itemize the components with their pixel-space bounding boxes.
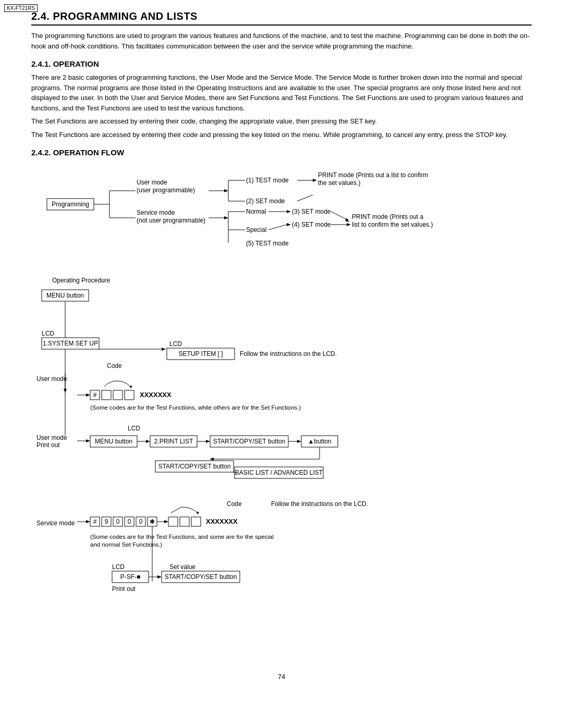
svg-marker-37	[345, 218, 349, 222]
op-text1: There are 2 basic categories of programm…	[31, 72, 532, 113]
svg-rect-64	[113, 390, 123, 400]
op-flow-svg: Programming User mode (user programmable…	[31, 162, 532, 266]
svg-text:Programming: Programming	[52, 201, 89, 208]
svg-text:(not user programmable): (not user programmable)	[137, 217, 205, 224]
svg-rect-116	[148, 517, 157, 526]
svg-text:LCD: LCD	[128, 425, 140, 432]
svg-text:(user programmable): (user programmable)	[137, 187, 195, 194]
svg-text:User mode: User mode	[36, 375, 67, 382]
proc-flow-area: MENU button LCD 1.SYSTEM SET UP LCD SETU…	[31, 277, 532, 657]
svg-text:Print out: Print out	[112, 585, 136, 593]
svg-text:1.SYSTEM SET UP: 1.SYSTEM SET UP	[43, 340, 98, 347]
svg-text:START/COPY/SET button: START/COPY/SET button	[158, 463, 231, 470]
svg-text:and normal Set Functions.): and normal Set Functions.)	[90, 541, 162, 548]
svg-text:Follow the instructions on the: Follow the instructions on the LCD.	[240, 350, 337, 357]
svg-marker-66	[130, 385, 132, 388]
svg-text:Service mode: Service mode	[36, 520, 75, 527]
svg-marker-123	[197, 511, 199, 514]
svg-text:✱: ✱	[150, 518, 155, 525]
svg-text:Code: Code	[227, 500, 242, 508]
svg-text:Special: Special	[246, 226, 266, 233]
svg-text:Set value: Set value	[169, 563, 195, 571]
svg-rect-112	[125, 517, 134, 526]
svg-rect-52	[167, 348, 235, 360]
svg-rect-61	[90, 390, 100, 400]
svg-marker-31	[287, 210, 291, 213]
svg-text:XXXXXXX: XXXXXXX	[206, 517, 238, 525]
subsection2-heading: 2.4.2. OPERATION FLOW	[31, 148, 532, 157]
svg-text:(Some codes are for the Test F: (Some codes are for the Test Functions, …	[90, 534, 274, 540]
svg-rect-114	[136, 517, 145, 526]
svg-marker-134	[157, 575, 162, 578]
svg-marker-11	[224, 189, 228, 192]
op-flow-area: Programming User mode (user programmable…	[31, 162, 532, 266]
svg-text:9: 9	[105, 518, 108, 525]
svg-marker-60	[86, 393, 90, 397]
svg-text:LCD: LCD	[214, 465, 226, 473]
svg-text:User mode: User mode	[137, 179, 167, 186]
svg-marker-77	[146, 440, 150, 443]
svg-marker-73	[86, 439, 90, 442]
svg-rect-122	[191, 517, 201, 526]
svg-text:(1) TEST mode: (1) TEST mode	[246, 177, 289, 184]
svg-text:PRINT mode (Prints out a: PRINT mode (Prints out a	[352, 213, 423, 220]
op-text3: The Test Functions are accessed by enter…	[31, 130, 532, 140]
operation-flow-diagram: Programming User mode (user programmable…	[31, 162, 532, 657]
svg-marker-90	[210, 458, 214, 461]
svg-text:the set values.): the set values.)	[318, 179, 360, 187]
section-intro: The programming functions are used to pr…	[31, 31, 532, 51]
op-text2: The Set Functions are accessed by enteri…	[31, 116, 532, 127]
svg-text:#: #	[93, 518, 97, 525]
subsection1-heading: 2.4.1. OPERATION	[31, 59, 532, 68]
svg-rect-120	[168, 517, 178, 526]
model-tag: KX-FT21RS	[4, 4, 38, 12]
svg-rect-78	[150, 436, 197, 447]
svg-rect-92	[155, 461, 234, 472]
section-heading: 2.4. PROGRAMMING AND LISTS	[31, 10, 532, 26]
svg-marker-23	[224, 216, 228, 219]
svg-text:SETUP ITEM [         ]: SETUP ITEM [ ]	[178, 350, 223, 357]
svg-rect-74	[90, 436, 137, 447]
svg-text:BASIC LIST / ADVANCED LIST: BASIC LIST / ADVANCED LIST	[235, 469, 323, 476]
svg-rect-82	[210, 436, 288, 447]
svg-text:0: 0	[139, 518, 143, 525]
svg-text:START/COPY/SET button: START/COPY/SET button	[213, 438, 286, 445]
svg-text:LCD: LCD	[112, 563, 125, 571]
svg-marker-105	[86, 520, 90, 523]
proc-flow-svg: MENU button LCD 1.SYSTEM SET UP LCD SETU…	[31, 277, 532, 657]
svg-rect-121	[180, 517, 189, 526]
svg-marker-119	[164, 520, 168, 523]
svg-text:Follow the instructions on the: Follow the instructions on the LCD.	[271, 500, 368, 508]
svg-text:Print out: Print out	[36, 441, 60, 449]
svg-text:(2) SET mode: (2) SET mode	[246, 198, 285, 205]
svg-text:2.PRINT LIST: 2.PRINT LIST	[154, 438, 193, 445]
svg-text:#: #	[93, 391, 97, 399]
svg-text:0: 0	[116, 518, 120, 525]
svg-text:MENU button: MENU button	[46, 292, 84, 299]
svg-rect-110	[113, 517, 123, 526]
svg-rect-65	[125, 390, 134, 400]
svg-text:Code: Code	[107, 362, 122, 369]
svg-text:Normal: Normal	[246, 208, 266, 215]
svg-marker-39	[347, 223, 351, 226]
svg-text:XXXXXXX: XXXXXXX	[140, 391, 172, 399]
svg-rect-94	[235, 467, 323, 478]
svg-text:PRINT mode (Prints out a list : PRINT mode (Prints out a list to confirm	[318, 171, 428, 179]
svg-rect-63	[102, 390, 111, 400]
svg-text:MENU button: MENU button	[95, 438, 132, 445]
svg-line-33	[268, 225, 287, 230]
svg-rect-86	[301, 436, 338, 447]
svg-rect-108	[102, 517, 111, 526]
svg-rect-130	[112, 571, 149, 583]
svg-text:list to confirm the set values: list to confirm the set values.)	[352, 221, 433, 228]
svg-text:P-SF-■: P-SF-■	[120, 573, 141, 581]
svg-rect-135	[162, 571, 240, 583]
svg-text:(3) SET mode: (3) SET mode	[292, 208, 331, 215]
svg-marker-50	[162, 348, 166, 351]
svg-marker-34	[287, 223, 291, 226]
svg-text:(Some codes are for the Test F: (Some codes are for the Test Functions, …	[90, 404, 301, 411]
svg-rect-0	[47, 199, 94, 210]
svg-line-36	[331, 212, 347, 219]
svg-text:(4) SET mode: (4) SET mode	[292, 221, 331, 228]
svg-rect-46	[42, 338, 99, 349]
